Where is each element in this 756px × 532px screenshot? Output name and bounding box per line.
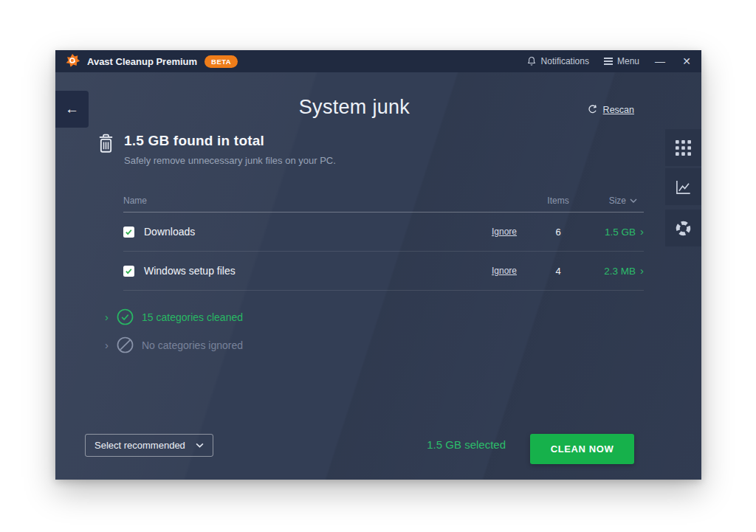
check-circle-icon xyxy=(117,308,134,325)
line-chart-icon xyxy=(675,179,692,196)
table-header: Name Items Size xyxy=(123,189,644,213)
ignore-link[interactable]: Ignore xyxy=(492,266,543,276)
table-row: Windows setup files Ignore 4 2.3 MB › xyxy=(123,252,644,291)
row-checkbox[interactable] xyxy=(123,266,134,277)
menu-button[interactable]: Menu xyxy=(604,56,639,66)
col-size-sort[interactable]: Size xyxy=(573,196,644,206)
refresh-icon xyxy=(587,104,598,115)
beta-badge: BETA xyxy=(205,55,238,68)
junk-table: Name Items Size Downloads Ignore 6 1.5 G… xyxy=(123,189,644,291)
select-recommended-dropdown[interactable]: Select recommended xyxy=(85,434,213,457)
chevron-right-icon: › xyxy=(640,265,644,276)
trash-icon xyxy=(97,133,114,166)
slash-circle-icon xyxy=(117,336,134,353)
page-title: System junk xyxy=(55,96,653,119)
row-name: Windows setup files xyxy=(144,265,236,277)
row-items-count: 4 xyxy=(543,266,573,277)
app-title: Avast Cleanup Premium xyxy=(87,56,197,67)
col-items: Items xyxy=(543,196,573,206)
row-size-link[interactable]: 2.3 MB › xyxy=(573,266,644,277)
categories-ignored-expander[interactable]: › No categories ignored xyxy=(105,336,243,353)
dropdown-chevron-icon xyxy=(196,443,204,448)
close-button[interactable]: ✕ xyxy=(681,56,693,66)
row-size-link[interactable]: 1.5 GB › xyxy=(573,227,644,238)
expand-chevron-icon: › xyxy=(105,339,109,350)
titlebar: Avast Cleanup Premium BETA Notifications… xyxy=(55,50,701,72)
row-name: Downloads xyxy=(144,226,195,238)
ignore-link[interactable]: Ignore xyxy=(492,227,543,237)
avast-logo-icon xyxy=(64,53,80,69)
rescan-label: Rescan xyxy=(603,105,634,115)
categories-cleaned-expander[interactable]: › 15 categories cleaned xyxy=(105,308,243,325)
chevron-right-icon: › xyxy=(640,226,644,237)
bell-icon xyxy=(526,56,537,66)
rail-chart-button[interactable] xyxy=(665,168,701,205)
row-items-count: 6 xyxy=(543,227,573,238)
summary-heading: 1.5 GB found in total xyxy=(124,133,336,149)
col-name: Name xyxy=(123,196,492,206)
cleaned-label: 15 categories cleaned xyxy=(142,311,243,323)
row-checkbox[interactable] xyxy=(123,227,134,238)
notifications-button[interactable]: Notifications xyxy=(526,56,589,66)
rail-support-button[interactable] xyxy=(665,210,701,246)
selected-size-text: 1.5 GB selected xyxy=(410,438,506,451)
app-window: Avast Cleanup Premium BETA Notifications… xyxy=(55,50,701,480)
rail-dashboard-button[interactable] xyxy=(665,129,701,166)
expand-chevron-icon: › xyxy=(105,311,109,322)
ignored-label: No categories ignored xyxy=(142,339,243,351)
table-row: Downloads Ignore 6 1.5 GB › xyxy=(123,213,644,252)
clean-now-button[interactable]: CLEAN NOW xyxy=(530,434,634,464)
notifications-label: Notifications xyxy=(541,56,589,66)
select-label: Select recommended xyxy=(94,440,185,451)
life-ring-icon xyxy=(675,220,692,237)
minimize-button[interactable]: — xyxy=(654,56,666,66)
sort-chevron-down-icon xyxy=(630,198,637,203)
menu-label: Menu xyxy=(617,56,639,66)
summary-subheading: Safely remove unnecessary junk files on … xyxy=(124,155,336,166)
summary-block: 1.5 GB found in total Safely remove unne… xyxy=(97,133,336,166)
rescan-button[interactable]: Rescan xyxy=(587,104,634,115)
hamburger-icon xyxy=(604,56,613,66)
grid-icon xyxy=(676,140,691,156)
